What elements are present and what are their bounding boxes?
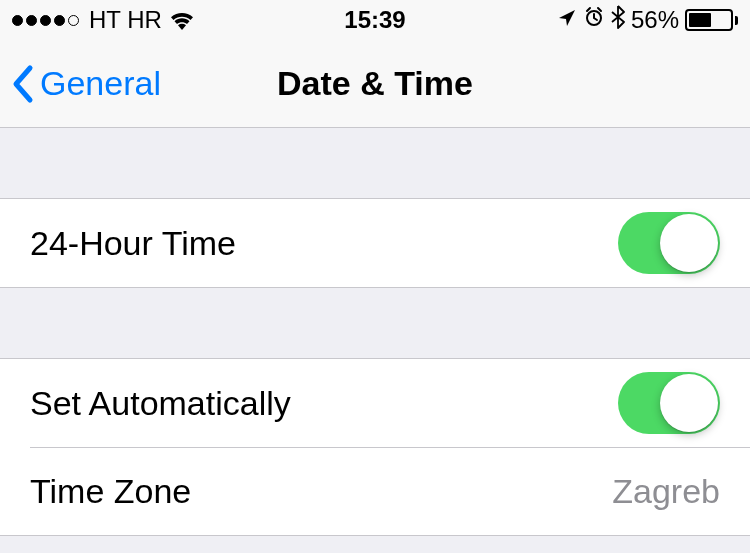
status-bar: HT HR 15:39 56% — [0, 0, 750, 40]
battery-percent-label: 56% — [631, 6, 679, 34]
toggle-24-hour-time[interactable] — [618, 212, 720, 274]
settings-group-2: Set Automatically Time Zone Zagreb — [0, 358, 750, 536]
row-24-hour-time: 24-Hour Time — [0, 199, 750, 287]
row-label-set-automatically: Set Automatically — [30, 384, 291, 423]
navigation-bar: General Date & Time — [0, 40, 750, 128]
row-time-zone[interactable]: Time Zone Zagreb — [0, 447, 750, 535]
row-set-automatically: Set Automatically — [0, 359, 750, 447]
status-right: 56% — [557, 5, 738, 35]
battery-fill — [689, 13, 711, 27]
alarm-icon — [583, 6, 605, 34]
row-label-time-zone: Time Zone — [30, 472, 191, 511]
location-icon — [557, 6, 577, 34]
group-spacer — [0, 128, 750, 198]
bluetooth-icon — [611, 5, 625, 35]
row-label-24-hour: 24-Hour Time — [30, 224, 236, 263]
back-button[interactable]: General — [10, 64, 161, 104]
toggle-knob — [660, 374, 718, 432]
signal-strength-icon — [12, 15, 79, 26]
settings-group-1: 24-Hour Time — [0, 198, 750, 288]
carrier-label: HT HR — [89, 6, 162, 34]
toggle-knob — [660, 214, 718, 272]
status-time: 15:39 — [344, 6, 405, 34]
battery-icon — [685, 9, 738, 31]
status-left: HT HR — [12, 6, 196, 34]
chevron-left-icon — [10, 64, 34, 104]
wifi-icon — [168, 10, 196, 30]
toggle-set-automatically[interactable] — [618, 372, 720, 434]
row-value-time-zone: Zagreb — [612, 472, 720, 511]
back-label: General — [40, 64, 161, 103]
page-title: Date & Time — [277, 64, 473, 103]
group-spacer — [0, 288, 750, 358]
